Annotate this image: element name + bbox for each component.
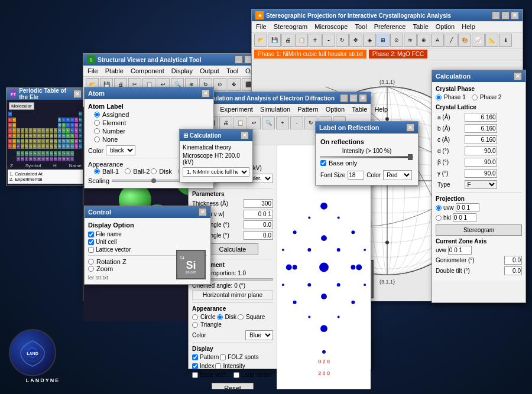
alpha-input[interactable] [465,146,497,155]
sim-menu-sim[interactable]: Simulation [258,105,292,113]
tb-trace[interactable]: 📈 [472,34,485,47]
menu-pref[interactable]: Preference [372,22,408,31]
tb-measure[interactable]: 📐 [485,34,498,47]
tilty-input[interactable] [244,231,273,240]
menu-option[interactable]: Option [434,22,456,31]
tiltx-input[interactable] [244,220,273,229]
sim-menu-table[interactable]: Table [350,105,369,113]
sim-menu-pattern[interactable]: Pattern [296,105,320,113]
sv-menu-output[interactable]: Output [198,67,221,75]
tb-sel[interactable]: ◈ [363,34,376,47]
phase1-radio[interactable]: Phase 1 [436,94,466,100]
menu-table[interactable]: Table [411,22,430,31]
phase2-radio[interactable]: Phase 2 [472,94,502,100]
tb-rotate[interactable]: ↻ [336,34,349,47]
color-select[interactable]: black red blue [106,145,135,155]
menu-microscope[interactable]: Microscope [313,22,349,31]
sv-menu-ptable[interactable]: Ptable [103,67,125,75]
stereo-minimize-btn[interactable]: _ [492,11,500,19]
folz-cb[interactable]: FOLZ spots [220,354,258,360]
pt-H[interactable]: H [8,112,12,116]
radio-ball1[interactable]: Ball-1 [94,168,119,175]
a-input[interactable] [465,113,497,122]
stereo-close-btn[interactable]: ✕ [511,11,519,19]
lr-color-select[interactable]: Red Black Blue [383,170,412,180]
gamma-input[interactable] [465,169,497,178]
sv-tb10[interactable]: ⊙ [213,78,226,91]
sv-menu-component[interactable]: Component [129,67,166,75]
calc-left-close[interactable]: ✕ [241,131,249,139]
disk-opt[interactable]: Disk [217,314,236,320]
tb-copy[interactable]: 📋 [295,34,308,47]
atom-close[interactable]: ✕ [202,89,210,97]
tb-zone[interactable]: ⊕ [417,34,430,47]
type-select[interactable]: FPI [465,180,497,189]
tb-zoom-out[interactable]: - [322,34,335,47]
sim-maximize[interactable]: □ [349,94,358,102]
file-name-cb[interactable]: File name [88,231,207,237]
sim-color-select[interactable]: Blue Red [245,330,273,340]
sim-menu-exp[interactable]: Experiment [218,105,255,113]
rotation-z-radio[interactable] [88,259,94,265]
radio-assigned-input[interactable] [94,112,100,118]
radio-assigned[interactable]: Assigned [94,111,210,118]
clc-material-select[interactable]: 1. NiMnIn cubic full heusler... [183,167,249,177]
lr-close[interactable]: ✕ [406,123,414,132]
calc-right-close[interactable]: ✕ [514,72,522,80]
pt-He[interactable]: He [79,112,82,116]
uvw-input[interactable] [456,203,479,212]
c-input[interactable] [465,135,497,144]
lr-intensity-slider[interactable] [320,156,413,158]
tb-kikuchi[interactable]: ≋ [404,34,417,47]
lr-base-only-row[interactable]: Base only [320,159,413,167]
stereo-maximize-btn[interactable]: □ [501,11,510,19]
radio-element-input[interactable] [94,120,100,126]
ctrl-close[interactable]: ✕ [199,208,207,216]
sim-tb5[interactable]: ↩ [248,116,261,129]
radio-ball2-input[interactable] [125,168,131,174]
circle-opt[interactable]: Circle [192,314,216,320]
sv-tb11[interactable]: ✥ [228,78,241,91]
uvw-radio-row[interactable]: uvw [436,203,522,212]
pt-molecular-btn[interactable]: Molecular [9,102,34,110]
square-opt[interactable]: Square [238,314,265,320]
sim-menu-option[interactable]: Option [324,105,346,113]
laue-cb[interactable]: Laue center [233,372,273,378]
radio-element[interactable]: Element [94,119,210,126]
tb-zoom-in[interactable]: + [309,34,322,47]
thickness-input[interactable] [244,199,273,208]
sv-minimize[interactable]: _ [235,56,243,64]
unit-cell-cb[interactable]: Unit cell [88,239,207,245]
sv-menu-display[interactable]: Display [170,67,194,75]
sim-tb7[interactable]: + [276,116,289,129]
goniometer-input[interactable] [504,256,522,265]
tb-line[interactable]: ╱ [445,34,458,47]
menu-help[interactable]: Help [460,22,477,31]
sim-tb6[interactable]: 🔍 [262,116,275,129]
double-tilt-input[interactable] [504,266,522,275]
tb-stereo[interactable]: ⊙ [390,34,403,47]
radio-ball2[interactable]: Ball-2 [125,168,150,175]
hkl-input[interactable] [453,213,476,222]
menu-stereo[interactable]: Stereogram [272,22,309,31]
pt-close[interactable]: ✕ [73,90,82,98]
sim-tb4[interactable]: 📋 [233,116,246,129]
sim-tb8[interactable]: - [290,116,303,129]
mirror-plane[interactable]: Horizontal mirror plane [192,290,273,300]
menu-tool[interactable]: Tool [353,22,368,31]
radio-disk[interactable]: Disk [151,168,171,175]
menu-file[interactable]: File [254,22,268,31]
tb-move[interactable]: ✥ [349,34,362,47]
reset-btn[interactable]: Reset [212,383,254,389]
zoom-radio[interactable] [88,266,94,272]
lattice-vec-checkbox[interactable] [88,247,94,253]
lr-base-only-cb[interactable] [320,160,326,166]
radio-none-input[interactable] [94,136,100,142]
file-name-checkbox[interactable] [88,232,94,237]
sv-menu-file[interactable]: File [86,67,100,75]
b-input[interactable] [465,124,497,133]
hkl-radio-row[interactable]: hkl [436,213,522,222]
pattern-cb[interactable]: Pattern [192,354,219,360]
tb-color[interactable]: 🎨 [458,34,471,47]
radio-ball1-input[interactable] [94,168,100,174]
